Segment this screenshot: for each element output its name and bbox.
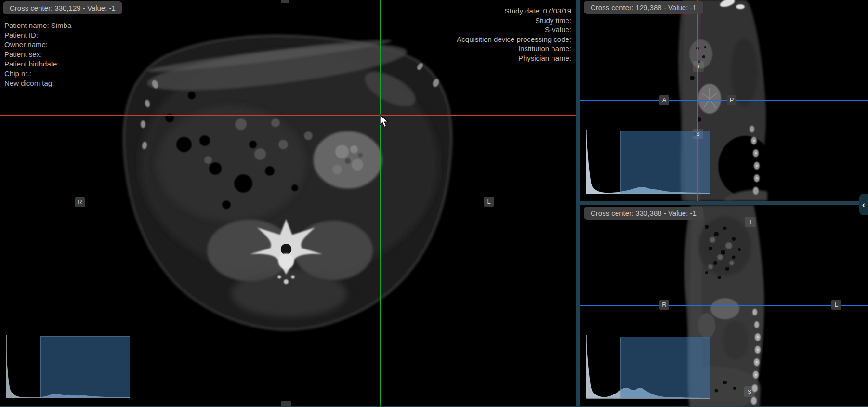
patient-info-line: Patient birthdate:: [4, 59, 71, 69]
chevron-left-icon: ‹: [862, 199, 865, 210]
orientation-marker-inferior: I: [745, 217, 756, 227]
crosshair-horizontal-blue[interactable]: [580, 100, 868, 101]
histogram-window-selection-sagittal[interactable]: [620, 131, 710, 194]
orientation-marker-right: R: [75, 197, 85, 207]
crosshair-horizontal-blue[interactable]: [580, 305, 868, 306]
study-info-line: Study date: 07/03/19: [457, 6, 571, 16]
viewport-coronal[interactable]: Cross center: 330,388 - Value: -1 R L I …: [580, 205, 868, 407]
orientation-marker-right: R: [659, 300, 669, 310]
patient-info-line: New dicom tag:: [4, 79, 71, 88]
orientation-marker-inferior: I: [693, 61, 704, 72]
study-info-line: S-value:: [457, 25, 571, 35]
orientation-marker-superior: S: [693, 129, 703, 139]
histogram-window-selection-coronal[interactable]: [620, 337, 710, 398]
study-info-block: Study date: 07/03/19 Study time: S-value…: [457, 6, 571, 63]
patient-info-line: Owner name:: [4, 40, 71, 50]
orientation-marker-top-clipped: [281, 0, 289, 3]
study-info-line: Study time:: [457, 16, 571, 26]
patient-info-line: Chip nr.:: [4, 69, 71, 79]
viewport-divider-horizontal[interactable]: [580, 201, 868, 205]
side-panel-toggle-button[interactable]: ‹: [859, 194, 868, 215]
study-info-line: Physician name:: [457, 53, 571, 63]
crosshair-vertical-green[interactable]: [380, 0, 381, 407]
viewport-divider-vertical[interactable]: [576, 0, 580, 407]
orientation-marker-left: L: [831, 300, 841, 310]
patient-info-line: Patient name: Simba: [4, 21, 71, 30]
crosshair-horizontal-red[interactable]: [0, 115, 576, 116]
study-info-line: Institution name:: [457, 44, 571, 53]
crosshair-vertical-green[interactable]: [750, 205, 750, 407]
orientation-marker-left: L: [484, 197, 494, 207]
mouse-cursor-icon: [380, 114, 392, 129]
patient-info-line: Patient ID:: [4, 30, 71, 40]
cross-center-tooltip-axial: Cross center: 330,129 - Value: -1: [3, 1, 122, 14]
viewport-sagittal[interactable]: Cross center: 129,388 - Value: -1 A P I …: [580, 0, 868, 201]
orientation-marker-anterior: A: [659, 95, 669, 105]
patient-info-line: Patient sex:: [4, 50, 71, 59]
cross-center-tooltip-sagittal: Cross center: 129,388 - Value: -1: [584, 1, 703, 14]
dicom-viewer-window: Cross center: 330,129 - Value: -1 Patien…: [0, 0, 868, 407]
patient-info-block: Patient name: Simba Patient ID: Owner na…: [4, 21, 71, 88]
study-info-line: Acquisition device processing code:: [457, 35, 571, 44]
histogram-window-selection-axial[interactable]: [40, 336, 130, 398]
orientation-marker-posterior: P: [727, 95, 736, 105]
viewport-axial[interactable]: Cross center: 330,129 - Value: -1 Patien…: [0, 0, 576, 407]
orientation-marker-superior: S: [744, 386, 755, 397]
cross-center-tooltip-coronal: Cross center: 330,388 - Value: -1: [584, 207, 703, 220]
